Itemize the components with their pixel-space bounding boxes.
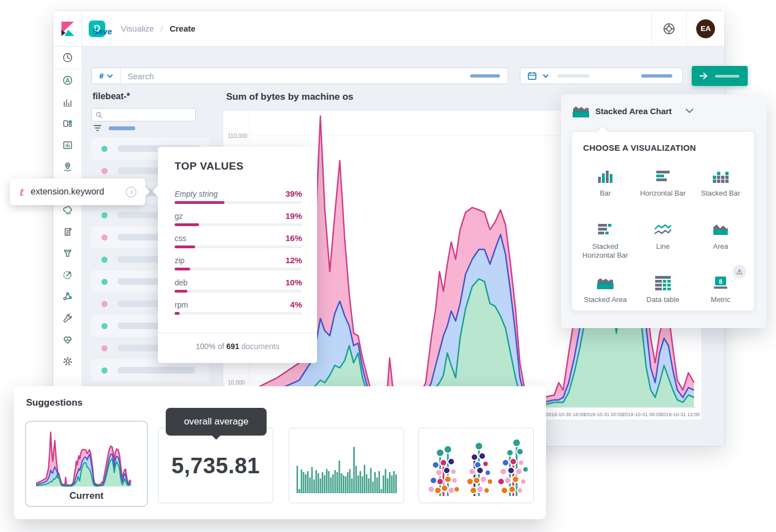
viz-option-stacked-horizontal-bar[interactable]: Stacked Horizontal Bar — [576, 213, 634, 266]
top-value-row: rpm4% — [175, 300, 302, 315]
top-value-label: deb — [175, 278, 187, 287]
hash-label: # — [99, 71, 104, 80]
nav-infrastructure[interactable] — [53, 221, 81, 242]
x-axis-tick: 2019-10-31 12:00 — [660, 412, 700, 417]
gauge-arrow-icon — [62, 269, 73, 280]
viz-type-label: Stacked Area Chart — [595, 106, 672, 116]
filter-icon[interactable] — [93, 124, 102, 132]
chevron-down-icon — [543, 74, 549, 78]
viz-option-label: Stacked Horizontal Bar — [576, 242, 634, 260]
divider — [158, 332, 317, 333]
nav-management[interactable] — [53, 350, 81, 372]
suggestion-bubble-chart-card[interactable] — [418, 428, 534, 503]
nav-maps[interactable] — [53, 156, 81, 177]
top-value-bar — [175, 223, 199, 226]
viz-option-metric[interactable]: 8Metric⚠ — [692, 266, 749, 319]
breadcrumb-section[interactable]: Visualize — [121, 24, 154, 33]
top-value-bar — [175, 290, 187, 293]
kibana-logo-icon — [60, 21, 75, 37]
top-value-row: zip12% — [175, 255, 302, 270]
button-skeleton-label — [715, 75, 739, 78]
nav-graph[interactable] — [53, 285, 81, 307]
top-value-percent: 4% — [290, 300, 302, 309]
suggestions-panel: Suggestions Current 5,735.81 overall ave… — [14, 386, 546, 519]
info-icon[interactable]: i — [126, 187, 136, 197]
viz-type-select[interactable]: Stacked Area Chart — [572, 103, 694, 119]
chart-title: Sum of bytes by machine os — [226, 91, 354, 103]
top-value-track — [175, 312, 302, 315]
scroll-icon — [62, 226, 73, 237]
bar-chart-icon — [62, 96, 73, 108]
search-bar[interactable]: # Search — [91, 68, 508, 84]
nav-uptime[interactable] — [53, 264, 81, 285]
date-picker[interactable] — [520, 68, 683, 84]
nav-discover[interactable] — [53, 69, 81, 91]
save-button[interactable]: Save — [93, 27, 112, 36]
stacked-bar-icon — [712, 167, 729, 185]
top-value-label: css — [175, 234, 186, 243]
top-value-row: gz19% — [175, 211, 302, 226]
graph-nodes-icon — [62, 291, 73, 302]
top-value-bar — [175, 201, 224, 204]
viz-option-bar[interactable]: Bar — [576, 160, 634, 213]
x-axis-tick: 2019-10-31 00:00 — [584, 412, 623, 417]
nav-recent[interactable] — [53, 47, 81, 69]
current-label: Current — [69, 490, 103, 502]
compass-icon — [62, 75, 73, 86]
field-type-dot — [101, 367, 108, 374]
line-icon — [654, 221, 672, 238]
clock-icon — [62, 52, 73, 63]
viz-option-line[interactable]: Line — [634, 213, 692, 266]
viz-option-horizontal-bar[interactable]: Horizontal Bar — [634, 160, 692, 213]
top-value-row: css16% — [175, 233, 302, 248]
suggestion-bar-chart-card[interactable] — [289, 428, 404, 503]
field-type-dot — [101, 279, 108, 285]
viz-option-area[interactable]: Area — [692, 213, 749, 266]
nav-dev-tools[interactable] — [53, 307, 81, 329]
suggestion-current-card[interactable]: Current — [25, 421, 148, 507]
date-skeleton — [558, 74, 590, 78]
top-value-label: Empty string — [175, 190, 218, 198]
nav-dashboard[interactable] — [53, 112, 81, 134]
viz-option-stacked-bar[interactable]: Stacked Bar — [692, 160, 749, 213]
funnel-icon — [62, 248, 73, 259]
nav-monitoring[interactable] — [53, 329, 81, 350]
top-values-popover: TOP VALUES Empty string39%gz19%css16%zip… — [158, 147, 317, 363]
nav-canvas[interactable] — [53, 134, 81, 156]
top-values-list: Empty string39%gz19%css16%zip12%deb10%rp… — [175, 189, 302, 322]
field-type-dot — [101, 146, 108, 152]
visualization-picker: Stacked Area Chart CHOOSE A VISUALIZATIO… — [561, 94, 767, 328]
update-query-button[interactable] — [692, 66, 748, 86]
viz-option-label: Line — [656, 242, 670, 251]
search-input[interactable]: Search — [127, 71, 470, 81]
overall-average-tooltip: overall average — [166, 408, 267, 436]
top-value-track — [175, 245, 302, 248]
filter-skeleton — [109, 126, 135, 130]
user-avatar[interactable]: EA — [696, 19, 715, 38]
kibana-logo[interactable] — [53, 11, 82, 47]
top-value-label: rpm — [175, 300, 188, 309]
suggestions-title: Suggestions — [26, 397, 83, 408]
top-value-label: zip — [175, 256, 185, 265]
horizontal-bar-icon — [654, 167, 672, 185]
viz-option-stacked-area[interactable]: Stacked Area — [576, 266, 634, 319]
nav-visualize[interactable] — [53, 91, 81, 112]
metric-value: 5,735.81 — [171, 453, 260, 478]
help-button[interactable] — [652, 11, 686, 46]
query-language-selector[interactable]: # — [92, 68, 121, 84]
screen: D Visualize / Create EA — [0, 0, 776, 532]
field-tooltip: t extension.keyword i — [10, 178, 145, 205]
nav-apm[interactable] — [53, 242, 81, 264]
top-value-track — [175, 268, 302, 270]
viz-option-data-table[interactable]: Data table — [634, 266, 692, 319]
top-value-bar — [175, 268, 190, 270]
viz-option-label: Stacked Bar — [701, 189, 741, 198]
arrow-right-icon — [699, 71, 709, 81]
x-axis-tick: 2019-10-30 18:00 — [545, 412, 585, 417]
tooltip-text: overall average — [184, 416, 248, 427]
top-value-bar — [175, 312, 180, 315]
field-search-input[interactable] — [91, 108, 196, 121]
field-name: extension.keyword — [30, 187, 119, 197]
bubble-chart-thumbnail — [423, 431, 529, 500]
top-value-row: deb10% — [175, 278, 302, 293]
